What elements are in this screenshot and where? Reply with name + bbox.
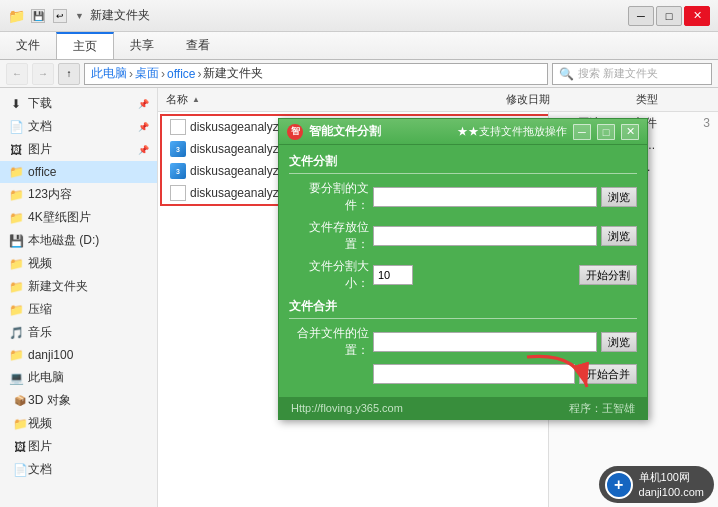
sidebar-item-compress[interactable]: 📁 压缩 xyxy=(0,298,157,321)
modal-overlay: 智 智能文件分割 ★★支持文件拖放操作 ─ □ ✕ 文件分割 要分割的文件： xyxy=(158,88,718,507)
danji-icon: 📁 xyxy=(8,347,24,363)
sidebar-item-123[interactable]: 📁 123内容 xyxy=(0,183,157,206)
modal-minimize-button[interactable]: ─ xyxy=(573,124,591,140)
close-button[interactable]: ✕ xyxy=(684,6,710,26)
forward-button[interactable]: → xyxy=(32,63,54,85)
merge-section-label: 文件合并 xyxy=(289,298,637,319)
address-path[interactable]: 此电脑 › 桌面 › office › 新建文件夹 xyxy=(84,63,548,85)
docs2-icon: 📄 xyxy=(8,462,24,478)
sidebar-label-4k: 4K壁纸图片 xyxy=(28,209,91,226)
folder-123-icon: 📁 xyxy=(8,187,24,203)
sidebar-item-locald[interactable]: 💾 本地磁盘 (D:) xyxy=(0,229,157,252)
sidebar-item-danji100[interactable]: 📁 danji100 xyxy=(0,344,157,366)
up-button[interactable]: ↑ xyxy=(58,63,80,85)
sidebar-item-music[interactable]: 🎵 音乐 xyxy=(0,321,157,344)
sidebar-label-danji100: danji100 xyxy=(28,348,73,362)
sidebar-label-office: office xyxy=(28,165,56,179)
split-dest-row: 文件存放位置： 浏览 xyxy=(289,219,637,253)
sidebar-label-download: 下载 xyxy=(28,95,52,112)
sidebar-item-3d[interactable]: 📦 3D 对象 xyxy=(0,389,157,412)
thispc-icon: 💻 xyxy=(8,370,24,386)
split-size-input[interactable] xyxy=(373,265,413,285)
split-file-label: 要分割的文件： xyxy=(289,180,369,214)
sidebar-label-docs2: 文档 xyxy=(28,461,52,478)
drive-d-icon: 💾 xyxy=(8,233,24,249)
split-file-input[interactable] xyxy=(373,187,597,207)
split-dest-label: 文件存放位置： xyxy=(289,219,369,253)
tab-home[interactable]: 主页 xyxy=(56,32,114,59)
sidebar-item-office[interactable]: 📁 office xyxy=(0,161,157,183)
sidebar-item-thispc[interactable]: 💻 此电脑 xyxy=(0,366,157,389)
watermark-text: 单机100网 danji100.com xyxy=(639,470,704,499)
sidebar-item-docs2[interactable]: 📄 文档 xyxy=(0,458,157,481)
breadcrumb-folder[interactable]: 新建文件夹 xyxy=(203,65,263,82)
split-size-label: 文件分割大小： xyxy=(289,258,369,292)
tab-share[interactable]: 共享 xyxy=(114,32,170,59)
breadcrumb-office[interactable]: office xyxy=(167,67,195,81)
minimize-button[interactable]: ─ xyxy=(628,6,654,26)
modal-maximize-button[interactable]: □ xyxy=(597,124,615,140)
sidebar-item-newfolder[interactable]: 📁 新建文件夹 xyxy=(0,275,157,298)
red-arrow-indicator xyxy=(517,347,597,397)
split-size-row: 文件分割大小： 开始分割 xyxy=(289,258,637,292)
pin-icon-docs: 📌 xyxy=(138,122,149,132)
video2-icon: 📁 xyxy=(8,416,24,432)
start-split-button[interactable]: 开始分割 xyxy=(579,265,637,285)
pics-icon: 🖼 xyxy=(8,142,24,158)
breadcrumb-desktop[interactable]: 桌面 xyxy=(135,65,159,82)
tab-file[interactable]: 文件 xyxy=(0,32,56,59)
sidebar: ⬇ 下载 📌 📄 文档 📌 🖼 图片 📌 📁 office 📁 123内容 📁 … xyxy=(0,88,158,507)
sidebar-label-thispc: 此电脑 xyxy=(28,369,64,386)
window-title: 新建文件夹 xyxy=(90,7,622,24)
sidebar-item-download[interactable]: ⬇ 下载 📌 xyxy=(0,92,157,115)
sidebar-label-compress: 压缩 xyxy=(28,301,52,318)
sidebar-item-video[interactable]: 📁 视频 xyxy=(0,252,157,275)
sidebar-item-pics[interactable]: 🖼 图片 📌 xyxy=(0,138,157,161)
quick-access-undo-icon[interactable]: ↩ xyxy=(53,9,67,23)
modal-dialog: 智 智能文件分割 ★★支持文件拖放操作 ─ □ ✕ 文件分割 要分割的文件： xyxy=(278,118,648,420)
modal-footer-author: 程序：王智雄 xyxy=(569,401,635,416)
tab-view[interactable]: 查看 xyxy=(170,32,226,59)
maximize-button[interactable]: □ xyxy=(656,6,682,26)
sidebar-label-locald: 本地磁盘 (D:) xyxy=(28,232,99,249)
sidebar-item-pics2[interactable]: 🖼 图片 xyxy=(0,435,157,458)
sidebar-label-3d: 3D 对象 xyxy=(28,392,71,409)
split-file-browse-button[interactable]: 浏览 xyxy=(601,187,637,207)
modal-subtitle: ★★支持文件拖放操作 xyxy=(457,124,567,139)
quick-access-dropdown[interactable]: ▼ xyxy=(75,11,84,21)
split-file-row: 要分割的文件： 浏览 xyxy=(289,180,637,214)
breadcrumb-computer[interactable]: 此电脑 xyxy=(91,65,127,82)
content-area: 名称 ▲ 修改日期 类型 大小 diskusageanalyzerfree19.… xyxy=(158,88,718,507)
watermark-line2: danji100.com xyxy=(639,485,704,499)
split-dest-browse-button[interactable]: 浏览 xyxy=(601,226,637,246)
sidebar-label-docs: 文档 xyxy=(28,118,52,135)
newfolder-icon: 📁 xyxy=(8,279,24,295)
video-icon: 📁 xyxy=(8,256,24,272)
search-icon: 🔍 xyxy=(559,67,574,81)
sidebar-label-video2: 视频 xyxy=(28,415,52,432)
split-section-label: 文件分割 xyxy=(289,153,637,174)
office-folder-icon: 📁 xyxy=(8,164,24,180)
pics2-icon: 🖼 xyxy=(8,439,24,455)
3d-icon: 📦 xyxy=(8,393,24,409)
sidebar-label-pics2: 图片 xyxy=(28,438,52,455)
watermark-line1: 单机100网 xyxy=(639,470,704,484)
back-button[interactable]: ← xyxy=(6,63,28,85)
sidebar-item-video2[interactable]: 📁 视频 xyxy=(0,412,157,435)
pin-icon-pics: 📌 xyxy=(138,145,149,155)
split-dest-input[interactable] xyxy=(373,226,597,246)
modal-close-button[interactable]: ✕ xyxy=(621,124,639,140)
folder-4k-icon: 📁 xyxy=(8,210,24,226)
merge-browse-button[interactable]: 浏览 xyxy=(601,332,637,352)
sidebar-item-4k[interactable]: 📁 4K壁纸图片 xyxy=(0,206,157,229)
sidebar-item-docs[interactable]: 📄 文档 📌 xyxy=(0,115,157,138)
modal-footer: Http://floving.y365.com 程序：王智雄 xyxy=(279,397,647,419)
modal-title-bar: 智 智能文件分割 ★★支持文件拖放操作 ─ □ ✕ xyxy=(279,119,647,145)
search-box[interactable]: 🔍 搜索 新建文件夹 xyxy=(552,63,712,85)
quick-access-save-icon[interactable]: 💾 xyxy=(31,9,45,23)
title-bar: 📁 💾 ↩ ▼ 新建文件夹 ─ □ ✕ xyxy=(0,0,718,32)
main-layout: ⬇ 下载 📌 📄 文档 📌 🖼 图片 📌 📁 office 📁 123内容 📁 … xyxy=(0,88,718,507)
sidebar-label-music: 音乐 xyxy=(28,324,52,341)
sidebar-label-123: 123内容 xyxy=(28,186,72,203)
download-icon: ⬇ xyxy=(8,96,24,112)
